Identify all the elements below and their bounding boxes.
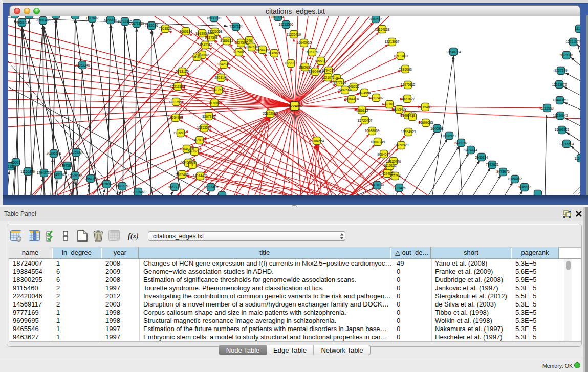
svg-text:12923468: 12923468 (131, 190, 146, 194)
svg-text:10688609: 10688609 (365, 129, 380, 133)
svg-text:9329966: 9329966 (560, 53, 573, 57)
svg-text:11121: 11121 (575, 27, 580, 30)
svg-text:8990448: 8990448 (309, 70, 322, 73)
svg-text:16120746: 16120746 (386, 160, 401, 163)
svg-text:8454749: 8454749 (256, 48, 269, 52)
svg-text:98961: 98961 (192, 55, 202, 59)
svg-text:7663822: 7663822 (159, 27, 172, 30)
svg-text:15692921: 15692921 (555, 128, 570, 132)
svg-text:7932621: 7932621 (486, 163, 499, 166)
svg-text:11325419: 11325419 (287, 33, 301, 36)
svg-text:20053346: 20053346 (75, 63, 90, 67)
svg-text:11156829: 11156829 (20, 170, 35, 173)
svg-text:6466160: 6466160 (104, 18, 117, 22)
svg-text:24055714: 24055714 (15, 20, 30, 24)
svg-text:19384554: 19384554 (310, 139, 324, 143)
svg-text:9327508: 9327508 (205, 36, 218, 39)
svg-text:7955812: 7955812 (314, 59, 328, 63)
svg-text:7357224: 7357224 (229, 25, 243, 28)
svg-text:8878332: 8878332 (193, 138, 206, 142)
svg-text:8478676: 8478676 (496, 170, 510, 173)
svg-text:7485063: 7485063 (399, 68, 412, 71)
svg-text:152254: 152254 (389, 174, 401, 178)
svg-text:15716485: 15716485 (204, 185, 219, 189)
svg-text:18807249: 18807249 (371, 140, 385, 144)
svg-text:1167534: 1167534 (575, 157, 580, 160)
svg-text:1733426: 1733426 (393, 186, 406, 190)
svg-text:19166827: 19166827 (173, 131, 188, 135)
svg-text:2087682: 2087682 (369, 17, 382, 21)
svg-text:14914479: 14914479 (193, 174, 208, 178)
svg-text:20364436: 20364436 (344, 97, 359, 101)
svg-text:9242848: 9242848 (217, 62, 230, 66)
svg-text:25302035: 25302035 (263, 112, 278, 115)
svg-text:45: 45 (335, 77, 339, 80)
svg-text:19218506: 19218506 (279, 23, 294, 26)
svg-text:9227349: 9227349 (554, 69, 568, 72)
svg-text:10025438: 10025438 (392, 107, 407, 111)
svg-text:93975867: 93975867 (60, 164, 75, 167)
svg-text:10648784: 10648784 (446, 50, 461, 54)
svg-text:10973493: 10973493 (394, 54, 408, 58)
svg-text:f(x): f(x) (128, 232, 138, 240)
svg-text:9474444: 9474444 (464, 148, 477, 152)
svg-text:7625402: 7625402 (176, 173, 189, 177)
svg-text:12975115: 12975115 (401, 83, 416, 86)
svg-text:18724007: 18724007 (287, 104, 303, 108)
svg-text:16154838: 16154838 (375, 28, 390, 31)
svg-text:8813054: 8813054 (271, 16, 285, 19)
svg-text:14463627: 14463627 (400, 97, 415, 101)
svg-text:1527602: 1527602 (85, 16, 99, 20)
svg-text:17016504: 17016504 (559, 142, 574, 146)
svg-text:16210643: 16210643 (553, 114, 568, 117)
svg-text:8186323: 8186323 (220, 39, 233, 42)
svg-text:1362615: 1362615 (298, 65, 312, 69)
svg-text:3624554: 3624554 (358, 91, 371, 95)
svg-text:15751074: 15751074 (566, 40, 580, 43)
svg-text:9115460: 9115460 (419, 105, 432, 109)
svg-text:19654985: 19654985 (168, 116, 183, 119)
svg-text:18107553: 18107553 (169, 100, 184, 104)
svg-text:10756928: 10756928 (394, 143, 409, 147)
svg-text:1322037: 1322037 (284, 61, 297, 65)
svg-text:12905185: 12905185 (68, 174, 83, 178)
svg-text:15409948: 15409948 (181, 161, 196, 164)
svg-text:8938923: 8938923 (443, 134, 456, 138)
svg-text:9777169: 9777169 (333, 81, 346, 84)
svg-text:9245652: 9245652 (518, 185, 531, 189)
svg-text:16782759: 16782759 (115, 184, 130, 188)
svg-text:20691406: 20691406 (36, 18, 51, 22)
svg-text:17957223: 17957223 (83, 177, 98, 181)
svg-text:6794024: 6794024 (322, 69, 335, 72)
svg-text:7515526: 7515526 (145, 24, 158, 27)
svg-text:1145194: 1145194 (52, 173, 65, 177)
svg-text:4: 4 (411, 115, 413, 118)
svg-text:12213383: 12213383 (170, 85, 185, 89)
svg-text:1640954: 1640954 (430, 127, 444, 130)
svg-text:10807487: 10807487 (369, 96, 384, 100)
svg-text:12093872: 12093872 (552, 83, 567, 86)
svg-text:8912954: 8912954 (195, 32, 209, 35)
svg-text:8267130: 8267130 (202, 115, 215, 118)
svg-text:10655267: 10655267 (68, 16, 83, 17)
svg-text:11353594: 11353594 (197, 126, 212, 129)
svg-text:16961758: 16961758 (305, 50, 320, 54)
svg-text:9146821: 9146821 (268, 51, 281, 55)
svg-text:19654923: 19654923 (401, 130, 416, 134)
svg-text:12942737: 12942737 (37, 171, 52, 174)
svg-text:1615132: 1615132 (383, 164, 397, 167)
svg-text:16033809: 16033809 (207, 16, 222, 20)
svg-text:6479197: 6479197 (454, 141, 468, 145)
svg-text:16671355: 16671355 (129, 21, 144, 25)
svg-text:10958107: 10958107 (99, 182, 114, 186)
svg-text:85051: 85051 (11, 161, 20, 164)
svg-text:3875685: 3875685 (232, 50, 246, 54)
svg-text:5498222: 5498222 (188, 149, 201, 153)
svg-text:817004: 817004 (209, 101, 220, 105)
svg-text:9657771: 9657771 (168, 185, 181, 189)
svg-text:39159: 39159 (8, 165, 15, 168)
svg-text:9327508: 9327508 (234, 41, 248, 45)
svg-text:16640910: 16640910 (297, 41, 312, 45)
svg-text:8660124: 8660124 (179, 30, 192, 33)
svg-text:7986322: 7986322 (355, 108, 368, 112)
